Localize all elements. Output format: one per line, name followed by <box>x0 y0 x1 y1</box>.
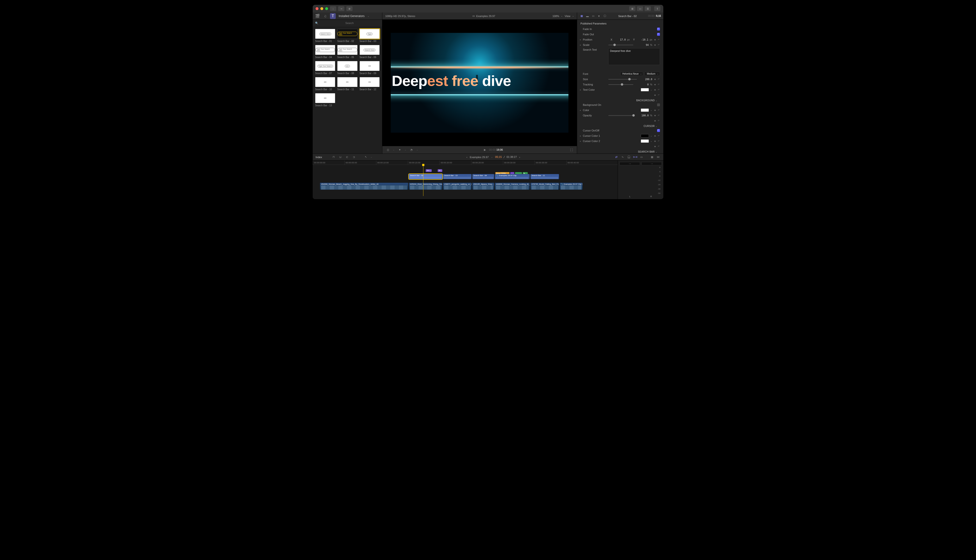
video-clip[interactable]: 425244_Diver_Swimming_Diving_Sno… <box>409 183 442 190</box>
maximize-window[interactable] <box>325 7 328 10</box>
view-menu[interactable]: View <box>565 15 570 18</box>
overwrite-tool[interactable]: ⊐ <box>352 155 356 159</box>
searchbar-section-header[interactable]: SEARCH BAR <box>577 149 663 153</box>
clip-appearance[interactable]: ▦ <box>650 155 654 159</box>
size-field[interactable]: 200.0 <box>640 78 652 81</box>
marker-clip[interactable]: Mo… <box>426 169 432 172</box>
zoom-value[interactable]: 108% <box>552 15 559 18</box>
skimming-toggle[interactable]: ⇄ <box>614 155 618 159</box>
audio-tab[interactable]: ♫ <box>322 13 328 19</box>
generator-item[interactable]: Search Bar - 11 <box>337 77 358 91</box>
fade-in-checkbox[interactable] <box>657 28 660 30</box>
bg-color-swatch[interactable] <box>641 108 649 112</box>
timeline-tracks-area[interactable]: 00:00:00:0000:00:05:0000:00:10:0000:00:1… <box>313 160 618 199</box>
background-on-checkbox[interactable] <box>657 103 660 106</box>
title-clip[interactable]: Search Bar - 04 <box>472 174 494 179</box>
transform-tool[interactable]: ◻ <box>385 148 391 152</box>
browser-dropdown-icon[interactable]: ⌄ <box>368 15 369 17</box>
video-clip[interactable]: 158071_penguins_walking_on_ice… <box>443 183 472 190</box>
cursor-on-checkbox[interactable] <box>657 129 660 132</box>
connect-tool[interactable]: ⊓ <box>332 155 336 159</box>
cursor-section-header[interactable]: CURSOR <box>577 123 663 128</box>
reset-icon[interactable]: ↶ <box>658 38 660 41</box>
cursor-color2-swatch[interactable] <box>641 139 649 143</box>
tracking-slider[interactable] <box>608 84 633 85</box>
timeline-save[interactable]: ▭ <box>639 155 643 159</box>
opacity-slider[interactable] <box>608 115 633 116</box>
media-tab[interactable]: 🎬 <box>314 13 320 19</box>
video-inspector-tab[interactable]: ▬ <box>585 14 590 18</box>
title-clip[interactable]: 📎 Examples 29.97 Clip <box>495 174 530 179</box>
layout-browser-button[interactable]: ⊞ <box>629 6 635 11</box>
generator-item[interactable]: Type Your Search HereSearch Bar - 05 <box>337 45 358 58</box>
info-inspector-tab[interactable]: ▭ <box>591 14 595 18</box>
scale-field[interactable]: 94 <box>637 44 648 46</box>
fullscreen-button[interactable]: ⛶ <box>569 148 574 152</box>
video-clip[interactable]: 456185_Alpaca_Shep… <box>472 183 494 190</box>
generator-item[interactable]: Search Bar - 13 <box>315 93 335 107</box>
insert-tool[interactable]: ⊔ <box>338 155 343 159</box>
enhance-tool[interactable]: ✦ <box>397 148 402 152</box>
minimize-window[interactable] <box>320 7 323 10</box>
background-tasks-button[interactable]: ⊘ <box>346 6 353 11</box>
nav-next[interactable]: › <box>519 156 520 158</box>
generator-item[interactable]: Search Bar - 10 <box>315 77 335 91</box>
append-tool[interactable]: ⊏ <box>345 155 349 159</box>
index-button[interactable]: Index <box>316 156 322 158</box>
play-icon[interactable]: ▶ <box>484 148 486 151</box>
layout-timeline-button[interactable]: ▭ <box>637 6 643 11</box>
fade-out-checkbox[interactable] <box>657 33 660 36</box>
generator-item[interactable]: Search Bar - 12 <box>359 77 380 91</box>
share-button[interactable]: ⇪ <box>654 6 660 11</box>
share-inspector-tab[interactable]: ▼ <box>597 14 601 18</box>
generator-item[interactable]: Type Your Search HereSearch Bar - 04 <box>315 45 335 58</box>
generator-inspector-tab[interactable]: ▦ <box>580 14 584 18</box>
generator-item[interactable]: Type Your SearchSearch Bar - 07 <box>315 61 335 75</box>
import-button[interactable]: ↓ <box>330 6 336 11</box>
audio-skimming-toggle[interactable]: ∿ <box>620 155 625 159</box>
generator-item[interactable]: ereSearch Bar - 08 <box>337 61 358 75</box>
timeline-ruler[interactable]: 00:00:00:0000:00:05:0000:00:10:0000:00:1… <box>313 160 618 165</box>
viewer-canvas[interactable]: Deepest free dive <box>382 20 577 146</box>
generator-item[interactable]: TypeSearch Bar - 03 <box>359 29 380 42</box>
generator-item[interactable]: Search HereSearch Bar - 06 <box>359 45 380 58</box>
title-clip[interactable]: Search Bar - 02 <box>409 174 442 179</box>
background-section-header[interactable]: BACKGROUND <box>577 98 663 102</box>
generator-item[interactable]: Search Bar - 09 <box>359 61 380 75</box>
arrow-tool[interactable]: ↖ <box>364 155 368 159</box>
title-clip[interactable]: Search Bar - 13 <box>443 174 472 179</box>
size-slider[interactable] <box>608 79 637 80</box>
search-input[interactable] <box>319 22 380 25</box>
opacity-field[interactable]: 100.0 <box>637 114 648 117</box>
layout-inspector-button[interactable]: ☰ <box>645 6 651 11</box>
chevron-down-icon[interactable]: ⌄ <box>491 156 493 158</box>
metadata-inspector-tab[interactable]: ⓘ <box>603 14 607 18</box>
font-family-dropdown[interactable]: Helvetica Neue <box>620 72 643 76</box>
video-clip[interactable]: 468800_Woman_Camera_Looking_At_Camer… <box>495 183 530 190</box>
solo-toggle[interactable]: 🎧 <box>627 155 631 159</box>
keyframe-icon[interactable]: ◆ <box>654 38 656 41</box>
search-text-field[interactable]: Deepest free dive <box>608 48 660 65</box>
close-window[interactable] <box>316 7 318 10</box>
position-x-field[interactable]: 17.0 <box>614 38 626 41</box>
text-color-swatch[interactable] <box>641 88 649 92</box>
position-y-field[interactable]: -10.1 <box>636 38 648 41</box>
titles-generators-tab[interactable]: T <box>330 13 336 19</box>
video-clip[interactable]: 454390_Woman_Beach_Jogging_Sea_By_Stockb… <box>320 183 408 190</box>
keyword-button[interactable]: ⊸ <box>338 6 344 11</box>
chevron-down-icon[interactable]: ⌄ <box>650 88 652 91</box>
video-clip[interactable]: 478735_Model_Falling_Bed_Flowi… <box>530 183 559 190</box>
retime-tool[interactable]: ◔ <box>409 148 414 152</box>
marker-clip[interactable]: M… <box>438 169 442 172</box>
scale-slider[interactable] <box>608 45 633 45</box>
tracking-field[interactable]: 0 <box>637 83 648 86</box>
cursor-color1-swatch[interactable] <box>641 134 649 137</box>
timeline-options[interactable]: ⋈ <box>656 155 660 159</box>
video-clip[interactable]: 📎 Examples 29.97 Clip 1 <box>560 183 583 190</box>
nav-prev[interactable]: ‹ <box>466 156 467 158</box>
snapping-toggle[interactable]: ⊳⊲ <box>633 155 637 159</box>
generator-item[interactable]: Search HereSearch Bar - 01 <box>315 29 335 42</box>
generator-item[interactable]: Type Your Search HereSearch Bar - 02 <box>337 29 358 42</box>
title-clip[interactable]: Search Bar - 11 <box>530 174 559 179</box>
font-weight-dropdown[interactable]: Medium <box>645 72 660 76</box>
